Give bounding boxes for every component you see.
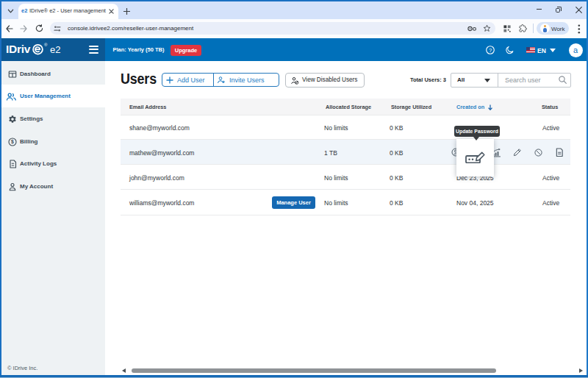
svg-text:?: ? — [489, 47, 492, 54]
svg-text:$: $ — [11, 139, 14, 145]
